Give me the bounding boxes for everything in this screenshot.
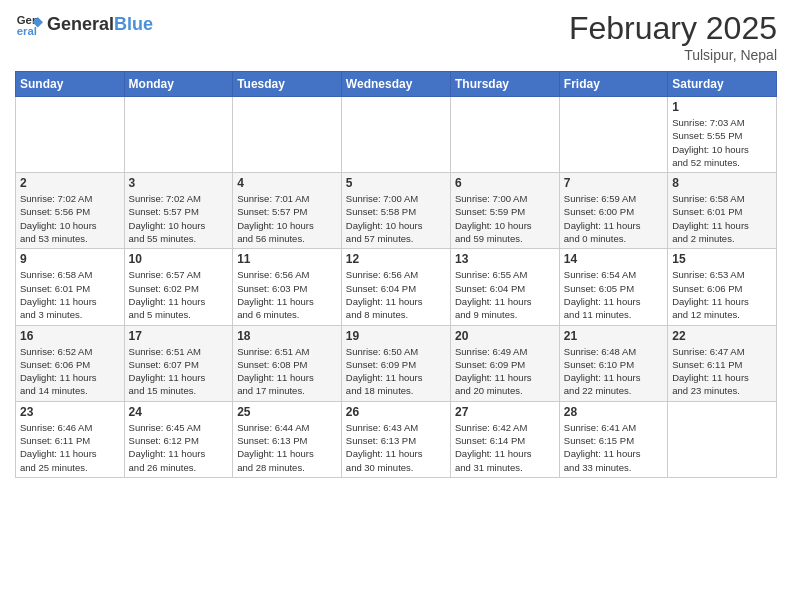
page-header: Gen eral GeneralBlue February 2025 Tulsi…: [15, 10, 777, 63]
day-number: 9: [20, 252, 120, 266]
day-number: 6: [455, 176, 555, 190]
day-number: 5: [346, 176, 446, 190]
day-number: 2: [20, 176, 120, 190]
day-number: 11: [237, 252, 337, 266]
week-row-1: 1Sunrise: 7:03 AM Sunset: 5:55 PM Daylig…: [16, 97, 777, 173]
day-info: Sunrise: 7:00 AM Sunset: 5:58 PM Dayligh…: [346, 192, 446, 245]
day-cell: 24Sunrise: 6:45 AM Sunset: 6:12 PM Dayli…: [124, 401, 233, 477]
day-cell: 19Sunrise: 6:50 AM Sunset: 6:09 PM Dayli…: [341, 325, 450, 401]
day-cell: 28Sunrise: 6:41 AM Sunset: 6:15 PM Dayli…: [559, 401, 667, 477]
day-number: 18: [237, 329, 337, 343]
day-number: 26: [346, 405, 446, 419]
day-cell: [233, 97, 342, 173]
day-number: 24: [129, 405, 229, 419]
logo: Gen eral GeneralBlue: [15, 10, 153, 38]
day-number: 16: [20, 329, 120, 343]
day-cell: 8Sunrise: 6:58 AM Sunset: 6:01 PM Daylig…: [668, 173, 777, 249]
day-cell: 27Sunrise: 6:42 AM Sunset: 6:14 PM Dayli…: [450, 401, 559, 477]
day-number: 19: [346, 329, 446, 343]
month-title: February 2025: [569, 10, 777, 47]
day-number: 12: [346, 252, 446, 266]
day-cell: 23Sunrise: 6:46 AM Sunset: 6:11 PM Dayli…: [16, 401, 125, 477]
day-cell: 26Sunrise: 6:43 AM Sunset: 6:13 PM Dayli…: [341, 401, 450, 477]
day-number: 10: [129, 252, 229, 266]
day-info: Sunrise: 7:00 AM Sunset: 5:59 PM Dayligh…: [455, 192, 555, 245]
calendar-table: SundayMondayTuesdayWednesdayThursdayFrid…: [15, 71, 777, 478]
day-cell: 20Sunrise: 6:49 AM Sunset: 6:09 PM Dayli…: [450, 325, 559, 401]
day-cell: 5Sunrise: 7:00 AM Sunset: 5:58 PM Daylig…: [341, 173, 450, 249]
day-cell: [124, 97, 233, 173]
day-number: 25: [237, 405, 337, 419]
logo-icon: Gen eral: [15, 10, 43, 38]
day-info: Sunrise: 6:51 AM Sunset: 6:08 PM Dayligh…: [237, 345, 337, 398]
day-number: 8: [672, 176, 772, 190]
day-cell: 12Sunrise: 6:56 AM Sunset: 6:04 PM Dayli…: [341, 249, 450, 325]
day-info: Sunrise: 6:50 AM Sunset: 6:09 PM Dayligh…: [346, 345, 446, 398]
weekday-header-friday: Friday: [559, 72, 667, 97]
day-cell: 7Sunrise: 6:59 AM Sunset: 6:00 PM Daylig…: [559, 173, 667, 249]
day-number: 13: [455, 252, 555, 266]
day-number: 4: [237, 176, 337, 190]
weekday-header-saturday: Saturday: [668, 72, 777, 97]
day-info: Sunrise: 6:48 AM Sunset: 6:10 PM Dayligh…: [564, 345, 663, 398]
day-cell: 2Sunrise: 7:02 AM Sunset: 5:56 PM Daylig…: [16, 173, 125, 249]
day-number: 22: [672, 329, 772, 343]
day-cell: 11Sunrise: 6:56 AM Sunset: 6:03 PM Dayli…: [233, 249, 342, 325]
weekday-header-tuesday: Tuesday: [233, 72, 342, 97]
day-cell: 16Sunrise: 6:52 AM Sunset: 6:06 PM Dayli…: [16, 325, 125, 401]
day-cell: 9Sunrise: 6:58 AM Sunset: 6:01 PM Daylig…: [16, 249, 125, 325]
weekday-header-wednesday: Wednesday: [341, 72, 450, 97]
day-cell: 1Sunrise: 7:03 AM Sunset: 5:55 PM Daylig…: [668, 97, 777, 173]
day-cell: 15Sunrise: 6:53 AM Sunset: 6:06 PM Dayli…: [668, 249, 777, 325]
day-number: 23: [20, 405, 120, 419]
day-info: Sunrise: 6:53 AM Sunset: 6:06 PM Dayligh…: [672, 268, 772, 321]
week-row-5: 23Sunrise: 6:46 AM Sunset: 6:11 PM Dayli…: [16, 401, 777, 477]
day-number: 28: [564, 405, 663, 419]
day-info: Sunrise: 6:59 AM Sunset: 6:00 PM Dayligh…: [564, 192, 663, 245]
day-cell: [559, 97, 667, 173]
day-info: Sunrise: 7:02 AM Sunset: 5:57 PM Dayligh…: [129, 192, 229, 245]
day-info: Sunrise: 6:51 AM Sunset: 6:07 PM Dayligh…: [129, 345, 229, 398]
day-cell: 18Sunrise: 6:51 AM Sunset: 6:08 PM Dayli…: [233, 325, 342, 401]
day-cell: [16, 97, 125, 173]
day-cell: 4Sunrise: 7:01 AM Sunset: 5:57 PM Daylig…: [233, 173, 342, 249]
day-cell: 6Sunrise: 7:00 AM Sunset: 5:59 PM Daylig…: [450, 173, 559, 249]
day-info: Sunrise: 7:03 AM Sunset: 5:55 PM Dayligh…: [672, 116, 772, 169]
day-info: Sunrise: 6:41 AM Sunset: 6:15 PM Dayligh…: [564, 421, 663, 474]
logo-general-text: General: [47, 14, 114, 34]
week-row-2: 2Sunrise: 7:02 AM Sunset: 5:56 PM Daylig…: [16, 173, 777, 249]
day-info: Sunrise: 6:56 AM Sunset: 6:03 PM Dayligh…: [237, 268, 337, 321]
week-row-3: 9Sunrise: 6:58 AM Sunset: 6:01 PM Daylig…: [16, 249, 777, 325]
day-number: 7: [564, 176, 663, 190]
day-cell: 14Sunrise: 6:54 AM Sunset: 6:05 PM Dayli…: [559, 249, 667, 325]
svg-text:eral: eral: [17, 25, 37, 37]
location-title: Tulsipur, Nepal: [569, 47, 777, 63]
day-info: Sunrise: 6:46 AM Sunset: 6:11 PM Dayligh…: [20, 421, 120, 474]
day-number: 15: [672, 252, 772, 266]
day-number: 17: [129, 329, 229, 343]
day-cell: 13Sunrise: 6:55 AM Sunset: 6:04 PM Dayli…: [450, 249, 559, 325]
day-info: Sunrise: 6:55 AM Sunset: 6:04 PM Dayligh…: [455, 268, 555, 321]
day-info: Sunrise: 6:57 AM Sunset: 6:02 PM Dayligh…: [129, 268, 229, 321]
day-info: Sunrise: 6:56 AM Sunset: 6:04 PM Dayligh…: [346, 268, 446, 321]
day-number: 1: [672, 100, 772, 114]
logo-blue-text: Blue: [114, 14, 153, 34]
weekday-header-thursday: Thursday: [450, 72, 559, 97]
day-info: Sunrise: 6:44 AM Sunset: 6:13 PM Dayligh…: [237, 421, 337, 474]
day-cell: [668, 401, 777, 477]
day-cell: [341, 97, 450, 173]
day-cell: 22Sunrise: 6:47 AM Sunset: 6:11 PM Dayli…: [668, 325, 777, 401]
day-number: 27: [455, 405, 555, 419]
day-info: Sunrise: 6:42 AM Sunset: 6:14 PM Dayligh…: [455, 421, 555, 474]
day-info: Sunrise: 7:01 AM Sunset: 5:57 PM Dayligh…: [237, 192, 337, 245]
day-number: 21: [564, 329, 663, 343]
day-cell: 10Sunrise: 6:57 AM Sunset: 6:02 PM Dayli…: [124, 249, 233, 325]
day-info: Sunrise: 6:58 AM Sunset: 6:01 PM Dayligh…: [672, 192, 772, 245]
day-cell: 25Sunrise: 6:44 AM Sunset: 6:13 PM Dayli…: [233, 401, 342, 477]
weekday-header-row: SundayMondayTuesdayWednesdayThursdayFrid…: [16, 72, 777, 97]
title-block: February 2025 Tulsipur, Nepal: [569, 10, 777, 63]
day-info: Sunrise: 6:45 AM Sunset: 6:12 PM Dayligh…: [129, 421, 229, 474]
day-info: Sunrise: 6:47 AM Sunset: 6:11 PM Dayligh…: [672, 345, 772, 398]
day-info: Sunrise: 7:02 AM Sunset: 5:56 PM Dayligh…: [20, 192, 120, 245]
week-row-4: 16Sunrise: 6:52 AM Sunset: 6:06 PM Dayli…: [16, 325, 777, 401]
